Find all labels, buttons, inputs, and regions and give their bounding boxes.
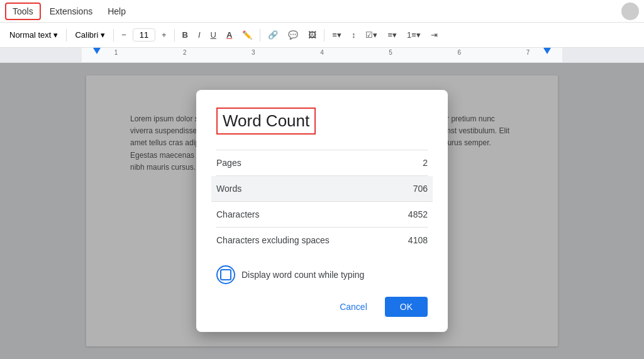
font-color-btn[interactable]: A bbox=[223, 28, 236, 42]
stat-label-words: Words bbox=[216, 184, 242, 194]
paragraph-style-arrow: ▾ bbox=[53, 30, 58, 40]
ruler: 1 2 3 4 5 6 7 bbox=[0, 48, 644, 63]
cancel-button[interactable]: Cancel bbox=[330, 297, 377, 317]
bullet-list-btn[interactable]: ≡▾ bbox=[384, 28, 401, 42]
checklist-btn[interactable]: ☑▾ bbox=[362, 28, 381, 42]
stat-value-chars: 4852 bbox=[408, 209, 428, 219]
comment-icon: 💬 bbox=[288, 30, 298, 40]
dialog-overlay: Word Count Pages 2 Words 706 Characters … bbox=[0, 63, 644, 359]
stat-value-words: 706 bbox=[413, 184, 428, 194]
ruler-right-handle[interactable] bbox=[543, 48, 551, 54]
decrease-font-btn[interactable]: − bbox=[118, 28, 130, 42]
stat-row-pages: Pages 2 bbox=[216, 150, 428, 176]
font-select[interactable]: Calibri ▾ bbox=[70, 28, 109, 41]
menu-bar: Tools Extensions Help bbox=[0, 0, 644, 23]
highlight-icon: ✏️ bbox=[242, 30, 252, 40]
separator-2 bbox=[113, 29, 114, 41]
image-icon: 🖼 bbox=[308, 30, 316, 40]
stats-table: Pages 2 Words 706 Characters 4852 Charac… bbox=[216, 150, 428, 253]
paragraph-style-label: Normal text bbox=[9, 30, 51, 40]
stat-label-chars: Characters bbox=[216, 209, 259, 219]
dialog-actions: Cancel OK bbox=[216, 297, 428, 317]
increase-font-btn[interactable]: + bbox=[158, 28, 170, 42]
stat-row-words: Words 706 bbox=[211, 176, 433, 202]
menu-extensions[interactable]: Extensions bbox=[43, 4, 99, 19]
separator-5 bbox=[324, 29, 325, 41]
bold-btn[interactable]: B bbox=[179, 28, 192, 42]
font-arrow: ▾ bbox=[101, 30, 105, 40]
italic-btn[interactable]: I bbox=[194, 28, 204, 42]
menu-tools[interactable]: Tools bbox=[5, 3, 41, 20]
ruler-marks: 1 2 3 4 5 6 7 bbox=[82, 49, 562, 56]
ruler-left-handle[interactable] bbox=[93, 48, 101, 54]
stat-value-chars-nospace: 4108 bbox=[408, 235, 428, 245]
font-label: Calibri bbox=[75, 30, 98, 40]
display-wordcount-checkbox[interactable] bbox=[220, 269, 231, 280]
font-color-icon: A bbox=[226, 30, 232, 40]
dialog-title: Word Count bbox=[216, 108, 316, 135]
stat-value-pages: 2 bbox=[423, 158, 428, 168]
toolbar: Normal text ▾ Calibri ▾ − 11 + B I U A ✏… bbox=[0, 23, 644, 48]
separator-4 bbox=[260, 29, 260, 41]
stat-row-chars: Characters 4852 bbox=[216, 202, 428, 228]
document-area: Lorem ipsum dolor sit a dolore magna ali… bbox=[0, 63, 644, 359]
display-wordcount-checkbox-ring[interactable] bbox=[216, 265, 235, 284]
indent-btn[interactable]: ⇥ bbox=[427, 28, 441, 42]
insert-image-btn[interactable]: 🖼 bbox=[304, 28, 320, 42]
line-spacing-icon: ↕ bbox=[352, 30, 356, 40]
bullet-list-icon: ≡▾ bbox=[387, 30, 397, 40]
link-icon: 🔗 bbox=[268, 30, 278, 40]
align-btn[interactable]: ≡▾ bbox=[328, 28, 345, 42]
paragraph-style-select[interactable]: Normal text ▾ bbox=[5, 28, 62, 41]
underline-btn[interactable]: U bbox=[207, 28, 220, 42]
stat-label-pages: Pages bbox=[216, 158, 242, 168]
indent-icon: ⇥ bbox=[431, 30, 438, 40]
stat-label-chars-nospace: Characters excluding spaces bbox=[216, 235, 330, 245]
menu-help[interactable]: Help bbox=[101, 4, 132, 19]
align-icon: ≡▾ bbox=[332, 30, 341, 40]
checkbox-label: Display word count while typing bbox=[242, 270, 364, 280]
word-count-dialog: Word Count Pages 2 Words 706 Characters … bbox=[196, 90, 448, 332]
separator-1 bbox=[66, 29, 67, 41]
font-size-box[interactable]: 11 bbox=[133, 28, 155, 41]
line-spacing-btn[interactable]: ↕ bbox=[348, 28, 360, 42]
stat-row-chars-nospace: Characters excluding spaces 4108 bbox=[216, 228, 428, 253]
checklist-icon: ☑▾ bbox=[365, 30, 377, 40]
user-avatar[interactable] bbox=[621, 3, 639, 20]
insert-comment-btn[interactable]: 💬 bbox=[284, 28, 302, 42]
separator-3 bbox=[174, 29, 175, 41]
ok-button[interactable]: OK bbox=[385, 297, 428, 317]
numbered-list-btn[interactable]: 1≡▾ bbox=[403, 28, 425, 42]
link-btn[interactable]: 🔗 bbox=[264, 28, 282, 42]
checkbox-row: Display word count while typing bbox=[216, 265, 428, 284]
numbered-list-icon: 1≡▾ bbox=[407, 30, 421, 40]
highlight-btn[interactable]: ✏️ bbox=[238, 28, 256, 42]
